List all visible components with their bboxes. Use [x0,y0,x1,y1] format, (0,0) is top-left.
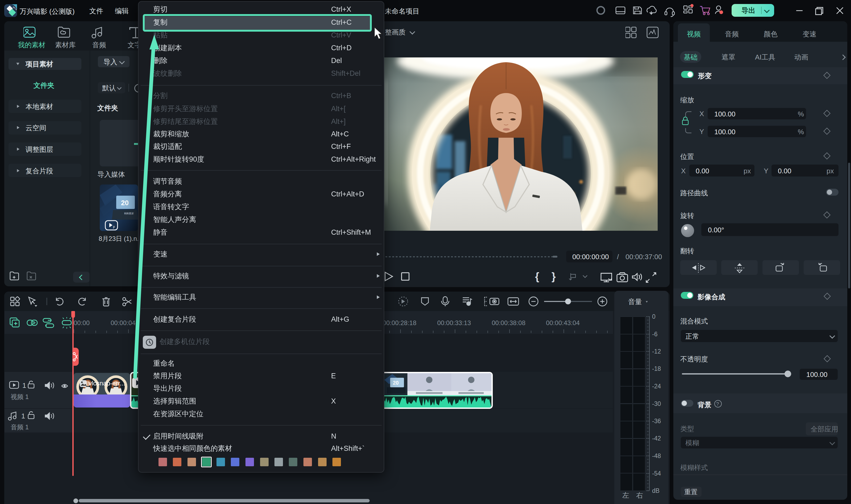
svg-text:vlcsnap-err...: vlcsnap-err... [89,380,125,387]
svg-text:20: 20 [393,380,398,386]
svg-text:p: p [113,225,115,229]
svg-text:{: { [535,271,539,282]
svg-text:}: } [552,271,556,282]
